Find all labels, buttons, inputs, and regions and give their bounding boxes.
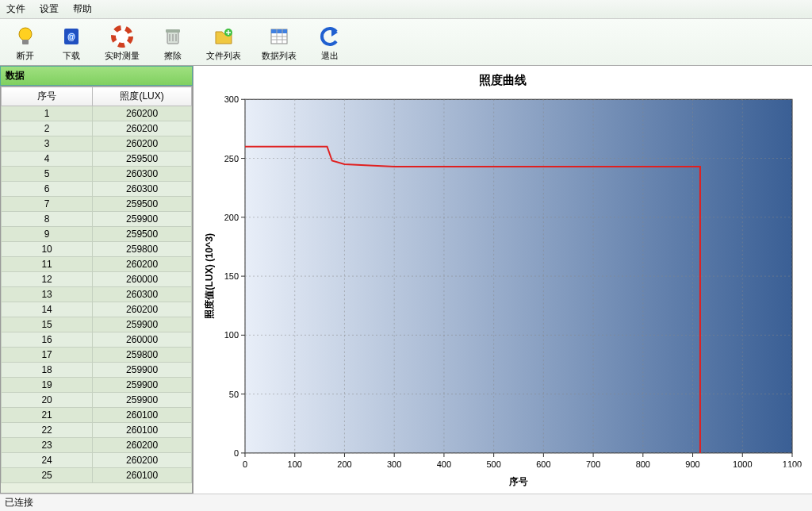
book-icon: @ [59,24,84,49]
table-row[interactable]: 25260100 [2,468,192,483]
menubar: 文件 设置 帮助 [0,0,812,19]
table-row[interactable]: 22260100 [2,423,192,438]
svg-text:900: 900 [685,459,699,469]
table-row[interactable]: 5260300 [2,167,192,182]
table-row[interactable]: 24260200 [2,453,192,468]
cell-lux: 259900 [93,317,192,332]
svg-rect-7 [166,29,180,33]
realtime-button[interactable]: 实时测量 [97,22,147,63]
svg-text:300: 300 [387,459,401,469]
cell-lux: 260100 [93,408,192,423]
table-row[interactable]: 8259900 [2,212,192,227]
table-row[interactable]: 15259900 [2,317,192,332]
cell-index: 6 [2,182,93,197]
table-row[interactable]: 1260200 [2,106,192,121]
folder-plus-icon [211,24,236,49]
disconnect-button[interactable]: 断开 [5,22,46,63]
status-connected: 已连接 [5,497,33,508]
table-row[interactable]: 2260200 [2,121,192,136]
download-label: 下载 [63,50,80,62]
cell-index: 3 [2,136,93,152]
table-row[interactable]: 13260300 [2,287,192,302]
svg-rect-10 [271,29,287,33]
menu-file[interactable]: 文件 [6,2,25,16]
svg-text:1100: 1100 [783,459,802,469]
menu-settings[interactable]: 设置 [40,2,59,16]
table-row[interactable]: 16260000 [2,332,192,348]
filelist-label: 文件列表 [206,50,241,62]
cell-lux: 260300 [93,287,192,302]
table-row[interactable]: 9259500 [2,227,192,242]
svg-text:200: 200 [337,459,351,469]
table-row[interactable]: 3260200 [2,136,192,152]
cell-lux: 260200 [93,453,192,468]
svg-text:0: 0 [234,448,239,458]
exit-arrow-icon [317,24,343,49]
svg-text:1000: 1000 [733,459,752,469]
cell-lux: 260200 [93,302,192,317]
table-row[interactable]: 23260200 [2,438,192,453]
table-icon [266,24,292,49]
table-row[interactable]: 20259900 [2,393,192,408]
svg-text:100: 100 [288,459,302,469]
exit-label: 退出 [321,50,339,62]
table-row[interactable]: 19259900 [2,378,192,393]
cell-lux: 259800 [93,242,192,257]
cell-index: 13 [2,287,93,302]
table-row[interactable]: 6260300 [2,182,192,197]
data-table-scroll[interactable]: 序号 照度(LUX) 12602002260200326020042595005… [0,86,193,494]
svg-text:@: @ [67,33,75,41]
table-row[interactable]: 7259500 [2,197,192,212]
cell-lux: 260200 [93,257,192,272]
cell-index: 20 [2,393,93,408]
table-row[interactable]: 17259800 [2,348,192,363]
trash-icon [160,24,186,49]
main-area: 数据 序号 照度(LUX) 12602002260200326020042595… [0,66,812,494]
table-row[interactable]: 12260000 [2,272,192,287]
cell-lux: 259500 [93,227,192,242]
chart-canvas: 0100200300400500600700800900100011000501… [201,91,804,490]
table-row[interactable]: 21260100 [2,408,192,423]
svg-text:800: 800 [636,459,650,469]
cell-lux: 259500 [93,197,192,212]
download-button[interactable]: @ 下载 [51,22,92,63]
cell-lux: 260200 [93,136,192,152]
cell-lux: 260100 [93,468,192,483]
cell-index: 7 [2,197,93,212]
datalist-button[interactable]: 数据列表 [254,22,304,63]
menu-help[interactable]: 帮助 [73,2,92,16]
cell-index: 12 [2,272,93,287]
cell-index: 17 [2,348,93,363]
realtime-label: 实时测量 [105,50,140,62]
col-index[interactable]: 序号 [2,87,93,106]
svg-text:700: 700 [586,459,600,469]
svg-text:600: 600 [536,459,550,469]
cell-index: 16 [2,332,93,348]
svg-text:150: 150 [224,271,239,281]
chart-area: 照度曲线 01002003004005006007008009001000110… [193,66,812,494]
cell-index: 2 [2,121,93,136]
datalist-label: 数据列表 [262,50,297,62]
cell-lux: 259500 [93,152,192,167]
cell-index: 24 [2,453,93,468]
cell-index: 10 [2,242,93,257]
cell-lux: 259900 [93,378,192,393]
clear-label: 擦除 [164,50,182,62]
table-row[interactable]: 14260200 [2,302,192,317]
table-row[interactable]: 4259500 [2,152,192,167]
cell-lux: 260300 [93,182,192,197]
exit-button[interactable]: 退出 [309,22,350,63]
data-table: 序号 照度(LUX) 12602002260200326020042595005… [1,86,192,483]
table-row[interactable]: 11260200 [2,257,192,272]
svg-text:200: 200 [224,213,239,222]
cell-index: 5 [2,167,93,182]
svg-rect-1 [22,40,29,44]
filelist-button[interactable]: 文件列表 [198,22,249,63]
clear-button[interactable]: 擦除 [152,22,193,63]
table-row[interactable]: 10259800 [2,242,192,257]
cell-index: 15 [2,317,93,332]
svg-point-5 [113,28,131,45]
table-row[interactable]: 18259900 [2,363,192,378]
col-lux[interactable]: 照度(LUX) [93,87,192,106]
cell-index: 18 [2,363,93,378]
